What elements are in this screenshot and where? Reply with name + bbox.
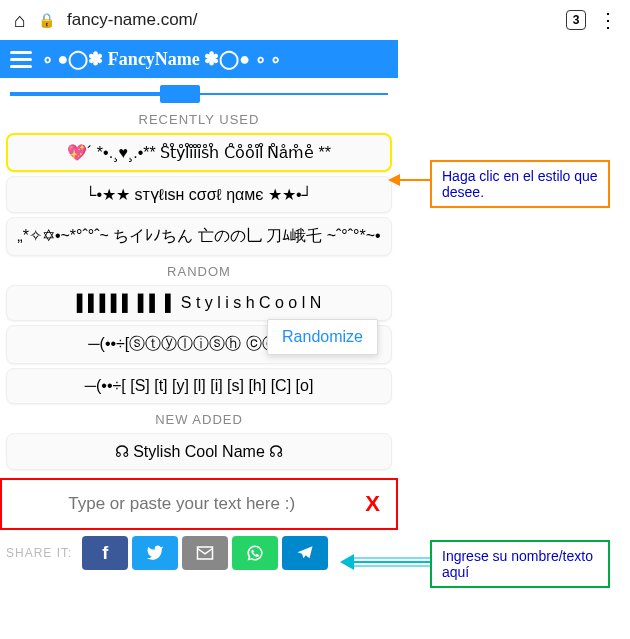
callout-style: Haga clic en el estilo que desee.: [430, 160, 610, 208]
style-option[interactable]: └•★★ sтүℓιsн cσσℓ ηαмє ★★•┘: [6, 176, 392, 213]
section-random: RANDOM: [0, 258, 398, 283]
clear-input-button[interactable]: X: [355, 491, 390, 517]
share-label: SHARE IT:: [6, 546, 72, 560]
style-option[interactable]: ─(••÷[ [S] [t] [y] [l] [i] [s] [h] [C] […: [6, 368, 392, 404]
slider-thumb[interactable]: [160, 85, 200, 103]
share-twitter-button[interactable]: [132, 536, 178, 570]
whatsapp-icon: [246, 544, 264, 562]
app-header: ∘ ●◯✽ FancyName ✽◯● ∘ ∘: [0, 40, 398, 78]
share-telegram-button[interactable]: [282, 536, 328, 570]
arrow-icon: [388, 170, 434, 194]
callout-input: Ingrese su nombre/texto aquí: [430, 540, 610, 588]
section-recently-used: RECENTLY USED: [0, 106, 398, 131]
telegram-icon: [296, 544, 314, 562]
share-whatsapp-button[interactable]: [232, 536, 278, 570]
url-text[interactable]: fancy-name.com/: [67, 10, 197, 30]
svg-marker-5: [340, 554, 354, 570]
hamburger-menu-icon[interactable]: [10, 51, 32, 68]
app-title: ∘ ●◯✽ FancyName ✽◯● ∘ ∘: [42, 48, 281, 70]
svg-marker-1: [388, 174, 400, 186]
browser-address-bar: ⌂ 🔒 fancy-name.com/ 3 ⋮: [0, 0, 630, 40]
share-facebook-button[interactable]: f: [82, 536, 128, 570]
text-input[interactable]: [8, 484, 355, 524]
lock-icon: 🔒: [38, 12, 55, 28]
arrow-icon: [340, 552, 434, 576]
section-new-added: NEW ADDED: [0, 406, 398, 431]
text-input-row: X: [0, 478, 398, 530]
style-option[interactable]: ▌▌▌▌▌ ▌▌ ▌ S t y l i s h C o o l N: [6, 285, 392, 321]
home-icon[interactable]: ⌂: [14, 9, 26, 32]
kebab-menu-icon[interactable]: ⋮: [598, 8, 616, 32]
style-option[interactable]: „*✧✡•~*°ˆ°ˆ~ ちイﾚﾉちん 亡のの乚 刀ﾑ峨乇 ~ˆ°ˆ°*~•: [6, 217, 392, 256]
share-email-button[interactable]: [182, 536, 228, 570]
twitter-icon: [146, 544, 164, 562]
style-slider[interactable]: [10, 84, 388, 104]
style-option[interactable]: ☊ Stylish Cool Name ☊: [6, 433, 392, 470]
style-slider-row: [0, 78, 398, 106]
share-row: SHARE IT: f: [0, 530, 398, 570]
tab-count-badge[interactable]: 3: [566, 10, 586, 30]
randomize-button[interactable]: Randomize: [267, 319, 378, 355]
style-option[interactable]: 💖´ *•.¸♥¸.•** S̊t̊ẙl̊i̊i̊i̊s̊h̊ C̊o̊o̊i̊…: [6, 133, 392, 172]
email-icon: [196, 544, 214, 562]
